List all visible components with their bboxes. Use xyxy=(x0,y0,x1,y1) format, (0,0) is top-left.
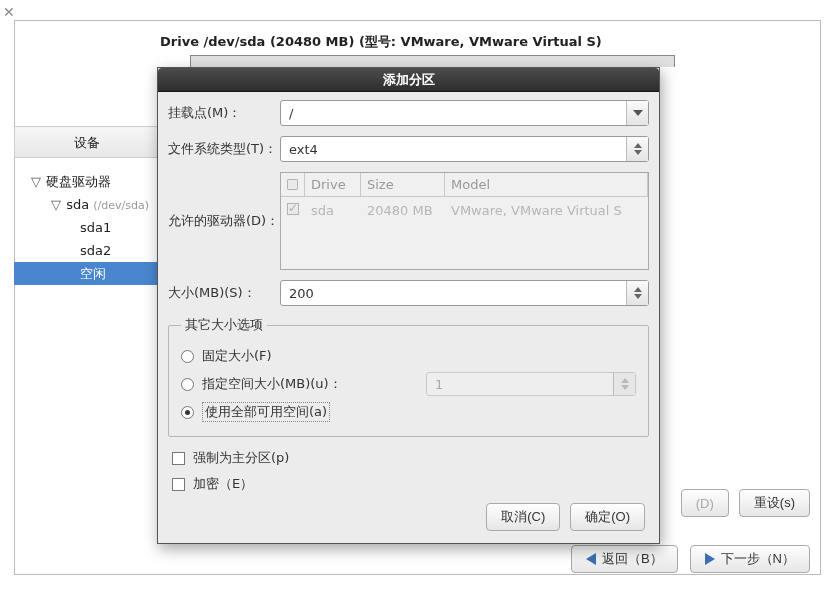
chevron-down-icon: ▽ xyxy=(50,193,62,216)
dialog-title: 添加分区 xyxy=(158,68,659,92)
size-spinner[interactable]: 200 xyxy=(280,280,649,306)
fstype-label: 文件系统类型(T)： xyxy=(168,140,280,158)
spinner-icon[interactable] xyxy=(626,281,648,305)
chevron-down-icon[interactable] xyxy=(626,101,648,125)
arrow-right-icon xyxy=(705,553,715,565)
size-options-fieldset: 其它大小选项 固定大小(F) 指定空间大小(MB)(u)： 1 使用全部可用空间… xyxy=(168,316,649,437)
tree-item-sda[interactable]: ▽ sda (/dev/sda) xyxy=(14,193,159,216)
spinner-icon xyxy=(613,373,635,395)
allowable-drives-table: Drive Size Model sda 20480 MB VMware, VM… xyxy=(280,172,649,270)
col-header-drive: Drive xyxy=(305,173,361,196)
cancel-button[interactable]: 取消(C) xyxy=(486,503,560,531)
tree-item-sda2[interactable]: sda2 xyxy=(14,239,159,262)
col-header-check xyxy=(281,173,305,196)
add-partition-dialog: 添加分区 挂载点(M)： / 文件系统类型(T)： ext4 xyxy=(157,67,660,544)
tree-item-sda1[interactable]: sda1 xyxy=(14,216,159,239)
size-label: 大小(MB)(S)： xyxy=(168,284,280,302)
spinner-icon[interactable] xyxy=(626,137,648,161)
back-button[interactable]: 返回（B） xyxy=(571,545,678,573)
force-primary-label: 强制为主分区(p) xyxy=(193,449,289,467)
device-tree: 设备 ▽ 硬盘驱动器 ▽ sda (/dev/sda) sda1 sda2 空闲 xyxy=(14,126,159,496)
mountpoint-value: / xyxy=(281,106,626,121)
radio-fill-max[interactable] xyxy=(181,406,194,419)
encrypt-checkbox[interactable] xyxy=(172,478,185,491)
drive-row-model: VMware, VMware Virtual S xyxy=(445,203,648,218)
radio-fixed-size[interactable] xyxy=(181,350,194,363)
radio-fill-max-label: 使用全部可用空间(a) xyxy=(202,402,330,422)
drive-row: sda 20480 MB VMware, VMware Virtual S xyxy=(281,197,648,223)
reset-button[interactable]: 重设(s) xyxy=(739,489,810,517)
delete-button: (D) xyxy=(681,489,729,517)
drive-row-name: sda xyxy=(305,203,361,218)
col-header-model: Model xyxy=(445,173,648,196)
next-button[interactable]: 下一步（N） xyxy=(690,545,810,573)
drive-usage-bar xyxy=(190,55,675,67)
fstype-combo[interactable]: ext4 xyxy=(280,136,649,162)
chevron-down-icon: ▽ xyxy=(30,170,42,193)
device-tree-header: 设备 xyxy=(14,126,159,158)
encrypt-label: 加密（E） xyxy=(193,475,253,493)
size-value: 200 xyxy=(281,286,626,301)
mountpoint-combo[interactable]: / xyxy=(280,100,649,126)
col-header-size: Size xyxy=(361,173,445,196)
mountpoint-label: 挂载点(M)： xyxy=(168,104,280,122)
radio-fill-upto[interactable] xyxy=(181,378,194,391)
tree-item-free[interactable]: 空闲 xyxy=(14,262,159,285)
size-options-legend: 其它大小选项 xyxy=(181,316,267,334)
radio-fixed-size-label: 固定大小(F) xyxy=(202,347,272,365)
fstype-value: ext4 xyxy=(281,142,626,157)
drive-row-checkbox xyxy=(287,203,299,215)
radio-fill-upto-label: 指定空间大小(MB)(u)： xyxy=(202,375,342,393)
ok-button[interactable]: 确定(O) xyxy=(570,503,645,531)
tree-hdd-group[interactable]: ▽ 硬盘驱动器 xyxy=(14,170,159,193)
close-icon[interactable]: ✕ xyxy=(3,4,15,20)
upto-spinner: 1 xyxy=(426,372,636,396)
force-primary-checkbox[interactable] xyxy=(172,452,185,465)
drive-title: Drive /dev/sda (20480 MB) (型号: VMware, V… xyxy=(146,33,822,51)
drive-row-size: 20480 MB xyxy=(361,203,445,218)
arrow-left-icon xyxy=(586,553,596,565)
allowdrives-label: 允许的驱动器(D)： xyxy=(168,212,280,230)
